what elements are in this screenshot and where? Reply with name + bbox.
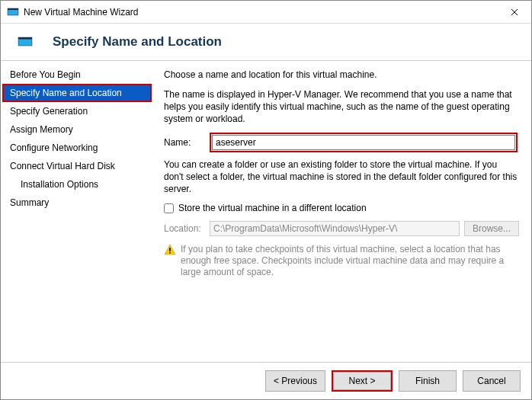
- cancel-button[interactable]: Cancel: [463, 370, 521, 392]
- svg-rect-3: [18, 37, 32, 40]
- intro-text: Choose a name and location for this virt…: [164, 69, 519, 81]
- different-location-checkbox[interactable]: [164, 203, 174, 213]
- step-assign-memory[interactable]: Assign Memory: [2, 120, 152, 139]
- wizard-window: New Virtual Machine Wizard Specify Name …: [0, 0, 532, 400]
- location-input: [210, 221, 460, 236]
- vm-icon: [18, 34, 33, 50]
- warning-icon: [164, 244, 176, 256]
- window-title: New Virtual Machine Wizard: [24, 7, 497, 18]
- finish-button[interactable]: Finish: [399, 370, 457, 392]
- browse-button: Browse...: [464, 221, 519, 236]
- wizard-body: Before You Begin Specify Name and Locati…: [1, 60, 531, 362]
- next-button[interactable]: Next >: [333, 372, 391, 390]
- step-specify-generation[interactable]: Specify Generation: [2, 102, 152, 120]
- wizard-steps-sidebar: Before You Begin Specify Name and Locati…: [1, 61, 153, 362]
- wizard-main-panel: Choose a name and location for this virt…: [153, 61, 531, 362]
- close-button[interactable]: [497, 1, 531, 24]
- step-installation-options[interactable]: Installation Options: [2, 175, 152, 194]
- warning-text: If you plan to take checkpoints of this …: [181, 244, 519, 278]
- app-icon: [7, 6, 19, 18]
- svg-rect-5: [169, 252, 171, 254]
- previous-button[interactable]: < Previous: [265, 370, 325, 392]
- description-text: The name is displayed in Hyper-V Manager…: [164, 88, 519, 125]
- svg-rect-1: [8, 8, 18, 10]
- location-label: Location:: [164, 223, 210, 234]
- name-row: Name:: [164, 133, 519, 152]
- svg-rect-4: [169, 248, 171, 251]
- different-location-row: Store the virtual machine in a different…: [164, 203, 519, 213]
- wizard-footer: < Previous Next > Finish Cancel: [1, 362, 531, 399]
- location-row: Location: Browse...: [164, 221, 519, 236]
- step-before-you-begin[interactable]: Before You Begin: [2, 66, 152, 84]
- step-specify-name-location[interactable]: Specify Name and Location: [2, 84, 152, 102]
- step-configure-networking[interactable]: Configure Networking: [2, 139, 152, 157]
- titlebar: New Virtual Machine Wizard: [1, 1, 531, 24]
- warning-row: If you plan to take checkpoints of this …: [164, 244, 519, 278]
- name-input-highlight: [210, 133, 518, 152]
- folder-description-text: You can create a folder or use an existi…: [164, 158, 519, 195]
- wizard-header: Specify Name and Location: [1, 24, 531, 60]
- page-heading: Specify Name and Location: [53, 34, 222, 50]
- different-location-label: Store the virtual machine in a different…: [178, 203, 367, 213]
- step-summary[interactable]: Summary: [2, 194, 152, 212]
- name-input[interactable]: [212, 135, 515, 150]
- name-label: Name:: [164, 137, 210, 148]
- step-connect-virtual-hard-disk[interactable]: Connect Virtual Hard Disk: [2, 157, 152, 175]
- next-button-highlight: Next >: [332, 370, 393, 392]
